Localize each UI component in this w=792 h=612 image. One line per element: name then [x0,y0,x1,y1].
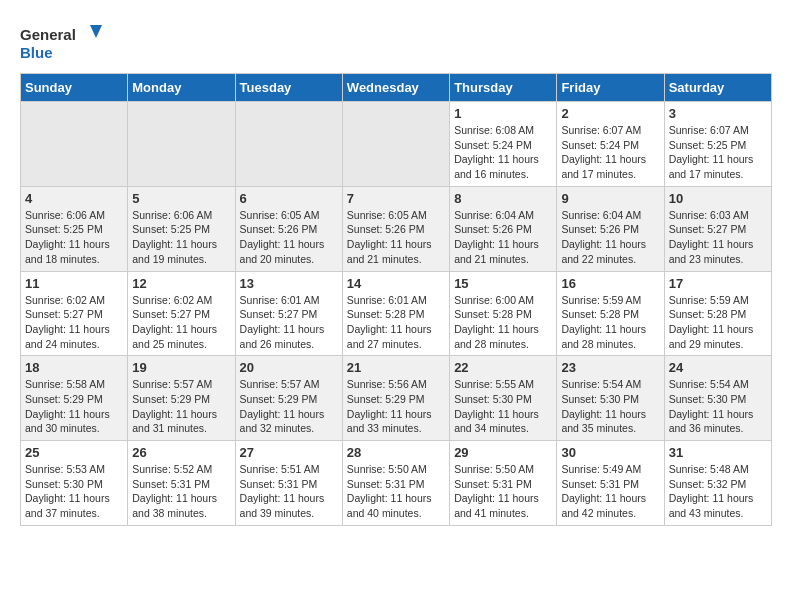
day-number: 7 [347,191,445,206]
week-row-4: 18Sunrise: 5:58 AMSunset: 5:29 PMDayligh… [21,356,772,441]
header-cell-saturday: Saturday [664,74,771,102]
logo: General Blue [20,20,110,65]
day-cell: 12Sunrise: 6:02 AMSunset: 5:27 PMDayligh… [128,271,235,356]
day-info: Sunrise: 6:06 AMSunset: 5:25 PMDaylight:… [25,208,123,267]
day-info: Sunrise: 5:51 AMSunset: 5:31 PMDaylight:… [240,462,338,521]
day-number: 25 [25,445,123,460]
day-number: 10 [669,191,767,206]
header-cell-tuesday: Tuesday [235,74,342,102]
logo-svg: General Blue [20,20,110,65]
day-cell: 9Sunrise: 6:04 AMSunset: 5:26 PMDaylight… [557,186,664,271]
day-cell: 21Sunrise: 5:56 AMSunset: 5:29 PMDayligh… [342,356,449,441]
day-info: Sunrise: 5:50 AMSunset: 5:31 PMDaylight:… [454,462,552,521]
day-number: 22 [454,360,552,375]
day-info: Sunrise: 5:54 AMSunset: 5:30 PMDaylight:… [669,377,767,436]
day-info: Sunrise: 5:50 AMSunset: 5:31 PMDaylight:… [347,462,445,521]
day-cell: 2Sunrise: 6:07 AMSunset: 5:24 PMDaylight… [557,102,664,187]
day-cell: 22Sunrise: 5:55 AMSunset: 5:30 PMDayligh… [450,356,557,441]
day-number: 19 [132,360,230,375]
day-number: 26 [132,445,230,460]
calendar-header-row: SundayMondayTuesdayWednesdayThursdayFrid… [21,74,772,102]
day-cell [235,102,342,187]
day-cell: 19Sunrise: 5:57 AMSunset: 5:29 PMDayligh… [128,356,235,441]
day-number: 15 [454,276,552,291]
day-cell: 5Sunrise: 6:06 AMSunset: 5:25 PMDaylight… [128,186,235,271]
day-cell: 16Sunrise: 5:59 AMSunset: 5:28 PMDayligh… [557,271,664,356]
day-cell: 31Sunrise: 5:48 AMSunset: 5:32 PMDayligh… [664,441,771,526]
week-row-1: 1Sunrise: 6:08 AMSunset: 5:24 PMDaylight… [21,102,772,187]
day-cell [342,102,449,187]
day-cell: 14Sunrise: 6:01 AMSunset: 5:28 PMDayligh… [342,271,449,356]
header-cell-wednesday: Wednesday [342,74,449,102]
day-number: 6 [240,191,338,206]
svg-text:Blue: Blue [20,44,53,61]
day-info: Sunrise: 5:48 AMSunset: 5:32 PMDaylight:… [669,462,767,521]
day-cell: 13Sunrise: 6:01 AMSunset: 5:27 PMDayligh… [235,271,342,356]
day-number: 23 [561,360,659,375]
day-cell: 18Sunrise: 5:58 AMSunset: 5:29 PMDayligh… [21,356,128,441]
day-number: 16 [561,276,659,291]
week-row-3: 11Sunrise: 6:02 AMSunset: 5:27 PMDayligh… [21,271,772,356]
day-cell: 25Sunrise: 5:53 AMSunset: 5:30 PMDayligh… [21,441,128,526]
day-info: Sunrise: 6:05 AMSunset: 5:26 PMDaylight:… [240,208,338,267]
day-cell: 29Sunrise: 5:50 AMSunset: 5:31 PMDayligh… [450,441,557,526]
day-info: Sunrise: 5:57 AMSunset: 5:29 PMDaylight:… [132,377,230,436]
day-cell: 4Sunrise: 6:06 AMSunset: 5:25 PMDaylight… [21,186,128,271]
day-number: 28 [347,445,445,460]
day-number: 14 [347,276,445,291]
svg-text:General: General [20,26,76,43]
day-info: Sunrise: 6:02 AMSunset: 5:27 PMDaylight:… [25,293,123,352]
day-info: Sunrise: 6:04 AMSunset: 5:26 PMDaylight:… [454,208,552,267]
page-header: General Blue [20,20,772,65]
day-info: Sunrise: 5:57 AMSunset: 5:29 PMDaylight:… [240,377,338,436]
day-info: Sunrise: 6:07 AMSunset: 5:24 PMDaylight:… [561,123,659,182]
day-cell: 28Sunrise: 5:50 AMSunset: 5:31 PMDayligh… [342,441,449,526]
day-info: Sunrise: 6:05 AMSunset: 5:26 PMDaylight:… [347,208,445,267]
day-info: Sunrise: 6:07 AMSunset: 5:25 PMDaylight:… [669,123,767,182]
day-number: 17 [669,276,767,291]
day-info: Sunrise: 6:06 AMSunset: 5:25 PMDaylight:… [132,208,230,267]
day-cell: 7Sunrise: 6:05 AMSunset: 5:26 PMDaylight… [342,186,449,271]
day-number: 27 [240,445,338,460]
day-number: 1 [454,106,552,121]
day-number: 5 [132,191,230,206]
day-number: 11 [25,276,123,291]
day-cell: 26Sunrise: 5:52 AMSunset: 5:31 PMDayligh… [128,441,235,526]
week-row-2: 4Sunrise: 6:06 AMSunset: 5:25 PMDaylight… [21,186,772,271]
day-info: Sunrise: 5:49 AMSunset: 5:31 PMDaylight:… [561,462,659,521]
day-cell [128,102,235,187]
calendar-table: SundayMondayTuesdayWednesdayThursdayFrid… [20,73,772,526]
header-cell-thursday: Thursday [450,74,557,102]
day-info: Sunrise: 6:02 AMSunset: 5:27 PMDaylight:… [132,293,230,352]
day-info: Sunrise: 5:55 AMSunset: 5:30 PMDaylight:… [454,377,552,436]
day-cell: 24Sunrise: 5:54 AMSunset: 5:30 PMDayligh… [664,356,771,441]
day-info: Sunrise: 6:08 AMSunset: 5:24 PMDaylight:… [454,123,552,182]
day-cell: 6Sunrise: 6:05 AMSunset: 5:26 PMDaylight… [235,186,342,271]
day-number: 30 [561,445,659,460]
header-cell-friday: Friday [557,74,664,102]
day-cell: 10Sunrise: 6:03 AMSunset: 5:27 PMDayligh… [664,186,771,271]
day-number: 31 [669,445,767,460]
day-cell: 17Sunrise: 5:59 AMSunset: 5:28 PMDayligh… [664,271,771,356]
svg-marker-2 [90,25,102,38]
day-info: Sunrise: 5:59 AMSunset: 5:28 PMDaylight:… [669,293,767,352]
header-cell-monday: Monday [128,74,235,102]
day-number: 29 [454,445,552,460]
day-cell: 23Sunrise: 5:54 AMSunset: 5:30 PMDayligh… [557,356,664,441]
day-info: Sunrise: 6:04 AMSunset: 5:26 PMDaylight:… [561,208,659,267]
day-number: 12 [132,276,230,291]
day-cell: 20Sunrise: 5:57 AMSunset: 5:29 PMDayligh… [235,356,342,441]
day-number: 18 [25,360,123,375]
day-info: Sunrise: 6:01 AMSunset: 5:27 PMDaylight:… [240,293,338,352]
day-cell [21,102,128,187]
day-info: Sunrise: 5:58 AMSunset: 5:29 PMDaylight:… [25,377,123,436]
day-cell: 11Sunrise: 6:02 AMSunset: 5:27 PMDayligh… [21,271,128,356]
day-info: Sunrise: 6:00 AMSunset: 5:28 PMDaylight:… [454,293,552,352]
day-info: Sunrise: 5:53 AMSunset: 5:30 PMDaylight:… [25,462,123,521]
day-info: Sunrise: 5:56 AMSunset: 5:29 PMDaylight:… [347,377,445,436]
day-number: 24 [669,360,767,375]
day-number: 21 [347,360,445,375]
day-number: 8 [454,191,552,206]
day-cell: 30Sunrise: 5:49 AMSunset: 5:31 PMDayligh… [557,441,664,526]
day-number: 20 [240,360,338,375]
